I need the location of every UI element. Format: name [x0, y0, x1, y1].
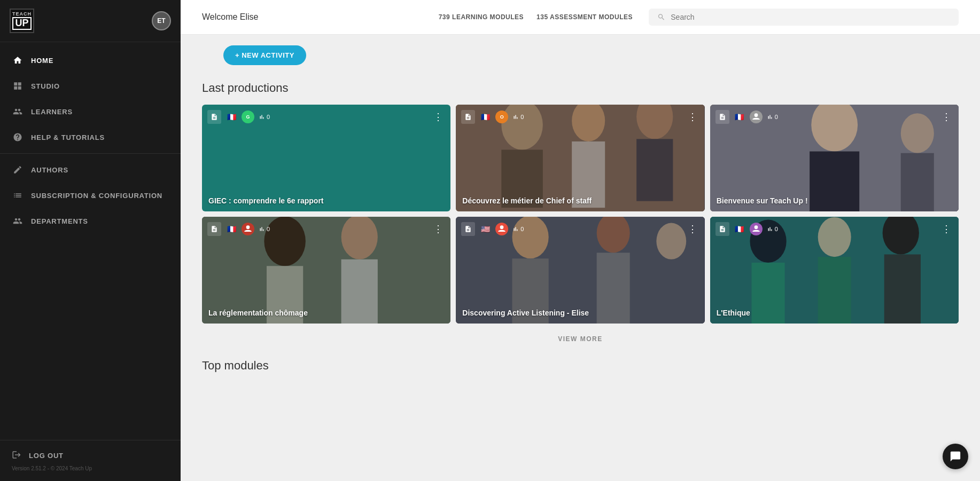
card-menu-6[interactable]: ⋮ — [939, 223, 953, 235]
logo-teach: TEACH — [12, 12, 32, 17]
sidebar-footer: LOG OUT Version 2.51.2 - © 2024 Teach Up — [0, 440, 181, 481]
stats-badge-1: 0 — [259, 114, 270, 120]
card-menu-4[interactable]: ⋮ — [431, 223, 445, 235]
card-title-3: Bienvenue sur Teach Up ! — [717, 196, 952, 205]
card-title-2: Découvrez le métier de Chief of staff — [462, 196, 698, 205]
sidebar-version: Version 2.51.2 - © 2024 Teach Up — [12, 466, 169, 471]
logout-item[interactable]: LOG OUT — [12, 450, 169, 461]
production-card-6[interactable]: 🇫🇷 0 ⋮ L'Ethique — [710, 217, 959, 324]
sidebar-item-home-label: HOME — [31, 57, 53, 65]
subscription-icon — [12, 190, 24, 201]
production-card-5[interactable]: 🇺🇸 0 ⋮ Discovering Active Listening - El… — [456, 217, 704, 324]
action-bar: + NEW ACTIVITY — [202, 35, 959, 70]
card-menu-1[interactable]: ⋮ — [431, 111, 445, 123]
author-avatar-5 — [495, 223, 508, 235]
card-doc-icon-5 — [461, 222, 475, 236]
stats-badge-4: 0 — [259, 226, 270, 232]
production-card-4[interactable]: 🇫🇷 0 ⋮ La réglementation chômage — [202, 217, 450, 324]
stats-badge-2: 0 — [512, 114, 524, 120]
production-card-3[interactable]: 🇫🇷 0 ⋮ Bienvenue sur Teach Up ! — [710, 105, 959, 211]
search-bar — [649, 9, 959, 26]
sidebar-item-studio-label: STUDIO — [31, 82, 60, 90]
sidebar-item-learners[interactable]: LEARNERS — [0, 99, 181, 124]
author-avatar-4 — [242, 223, 254, 235]
sidebar-header: TEACH UP ET — [0, 0, 181, 42]
card-title-6: L'Ethique — [717, 309, 952, 317]
sidebar-item-authors[interactable]: AUTHORS — [0, 157, 181, 183]
sidebar-item-home[interactable]: HOME — [0, 48, 181, 73]
departments-icon — [12, 215, 24, 227]
sidebar-item-learners-label: LEARNERS — [31, 108, 73, 116]
productions-grid: 🇫🇷 G 0 ⋮ GIEC : comprendre le 6e rapport — [202, 105, 959, 324]
authors-icon — [12, 164, 24, 176]
last-productions-title: Last productions — [202, 81, 959, 95]
author-avatar-3 — [750, 111, 763, 123]
card-menu-2[interactable]: ⋮ — [686, 111, 699, 123]
chat-bubble[interactable] — [943, 444, 968, 469]
flag-fr-6: 🇫🇷 — [734, 225, 745, 233]
logo-up: UP — [12, 17, 32, 30]
sidebar-logout-label: LOG OUT — [29, 452, 64, 460]
module-counts: 739 LEARNING MODULES 135 ASSESSMENT MODU… — [439, 13, 633, 21]
card-menu-5[interactable]: ⋮ — [686, 223, 699, 235]
card-header-2: 🇫🇷 O 0 ⋮ — [461, 110, 699, 124]
search-input[interactable] — [671, 13, 950, 21]
sidebar-item-help-label: HELP & TUTORIALS — [31, 133, 105, 141]
svg-point-29 — [500, 225, 504, 229]
sidebar-item-subscription[interactable]: SUBSCRIPTION & CONFIGURATION — [0, 183, 181, 208]
avatar[interactable]: ET — [152, 11, 171, 30]
view-more-button[interactable]: VIEW MORE — [202, 324, 959, 348]
flag-fr-4: 🇫🇷 — [225, 225, 237, 233]
sidebar-item-help[interactable]: HELP & TUTORIALS — [0, 124, 181, 150]
card-doc-icon-1 — [207, 110, 221, 124]
chat-icon — [950, 451, 961, 462]
search-icon — [657, 13, 665, 21]
card-doc-icon-6 — [715, 222, 729, 236]
sidebar-item-studio[interactable]: STUDIO — [0, 73, 181, 99]
svg-rect-2 — [14, 86, 17, 90]
sidebar-nav: HOME STUDIO LEARNERS HELP & TUTORIALS — [0, 42, 181, 440]
svg-point-22 — [246, 225, 250, 229]
svg-rect-0 — [14, 82, 17, 85]
card-header-6: 🇫🇷 0 ⋮ — [715, 222, 953, 236]
new-activity-button[interactable]: + NEW ACTIVITY — [223, 45, 306, 65]
svg-point-16 — [754, 113, 758, 117]
home-icon — [12, 54, 24, 66]
svg-rect-1 — [18, 82, 21, 85]
card-menu-3[interactable]: ⋮ — [939, 111, 953, 123]
author-avatar-1: G — [242, 111, 254, 123]
card-doc-icon-4 — [207, 222, 221, 236]
flag-us-5: 🇺🇸 — [479, 225, 491, 233]
assessment-modules-count: 135 ASSESSMENT MODULES — [536, 13, 633, 21]
sidebar-item-subscription-label: SUBSCRIPTION & CONFIGURATION — [31, 192, 162, 200]
sidebar-item-authors-label: AUTHORS — [31, 166, 68, 174]
card-doc-icon-2 — [461, 110, 475, 124]
welcome-text: Welcome Elise — [202, 12, 259, 22]
top-modules-title: Top modules — [202, 359, 959, 373]
card-title-5: Discovering Active Listening - Elise — [462, 309, 698, 317]
card-title-1: GIEC : comprendre le 6e rapport — [208, 196, 444, 205]
production-card-2[interactable]: 🇫🇷 O 0 ⋮ Découvrez le métier de Chief of… — [456, 105, 704, 211]
stats-badge-5: 0 — [512, 226, 524, 232]
card-title-4: La réglementation chômage — [208, 309, 444, 317]
card-header-3: 🇫🇷 0 ⋮ — [715, 110, 953, 124]
card-doc-icon-3 — [715, 110, 729, 124]
sidebar: TEACH UP ET HOME STUDIO LEARNERS — [0, 0, 181, 481]
sidebar-item-departments[interactable]: DEPARTMENTS — [0, 208, 181, 234]
learners-icon — [12, 106, 24, 117]
learning-modules-count: 739 LEARNING MODULES — [439, 13, 524, 21]
stats-badge-3: 0 — [767, 114, 778, 120]
card-header-1: 🇫🇷 G 0 ⋮ — [207, 110, 445, 124]
sidebar-item-departments-label: DEPARTMENTS — [31, 217, 88, 225]
help-icon — [12, 131, 24, 143]
card-header-4: 🇫🇷 0 ⋮ — [207, 222, 445, 236]
stats-badge-6: 0 — [767, 226, 778, 232]
production-card-1[interactable]: 🇫🇷 G 0 ⋮ GIEC : comprendre le 6e rapport — [202, 105, 450, 211]
top-bar-right: 739 LEARNING MODULES 135 ASSESSMENT MODU… — [439, 9, 959, 26]
top-bar: Welcome Elise 739 LEARNING MODULES 135 A… — [181, 0, 980, 35]
studio-icon — [12, 80, 24, 92]
flag-fr-3: 🇫🇷 — [734, 113, 745, 121]
svg-rect-3 — [18, 86, 21, 90]
main-content: Welcome Elise 739 LEARNING MODULES 135 A… — [181, 0, 980, 481]
svg-point-37 — [754, 225, 758, 229]
